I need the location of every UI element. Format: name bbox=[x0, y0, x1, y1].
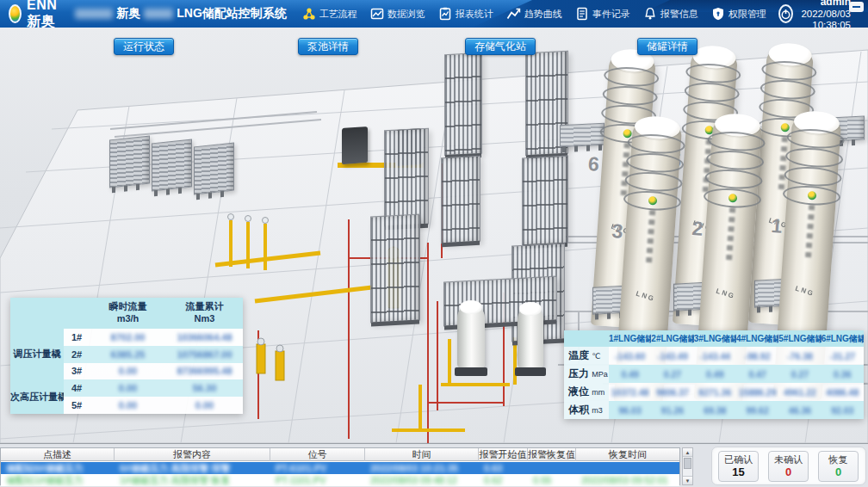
tank-lettering bbox=[645, 210, 654, 263]
col-header-tag: 位号 bbox=[270, 448, 365, 461]
power-icon bbox=[780, 9, 791, 20]
data-browse-icon bbox=[370, 7, 384, 21]
alarm-row-selected[interactable]: 储配站6#储罐压力 6#储罐压力 高限报警 报警 PT-6101.PV 2022… bbox=[1, 462, 679, 474]
menu-item-permission[interactable]: 权限管理 bbox=[711, 7, 766, 21]
title-main: LNG储配站控制系统 bbox=[177, 6, 287, 22]
menu-item-process-flow[interactable]: 工艺流程 bbox=[302, 7, 357, 21]
page-title: 新奥 LNG储配站控制系统 bbox=[75, 6, 287, 22]
table-row: 次高压计量橇 4# 0.00 56.30 bbox=[10, 379, 243, 397]
exchanger-skid-1 bbox=[109, 136, 150, 188]
run-status-button[interactable]: 运行状态 bbox=[114, 38, 174, 55]
username: admin bbox=[800, 0, 851, 9]
minimize-button[interactable] bbox=[849, 2, 864, 12]
alarm-table-header: 点描述 报警内容 位号 时间 报警开始值 报警恢复值 恢复时间 bbox=[1, 448, 679, 461]
metering-flow-table: 瞬时流量m3/h 流量累计Nm3 调压计量橇 1# 8702.00 103660… bbox=[10, 298, 243, 414]
table-row: 调压计量橇 1# 8702.00 10366064.48 bbox=[10, 329, 243, 346]
col-header-total-flow: 流量累计Nm3 bbox=[166, 298, 243, 329]
menu-label: 报警信息 bbox=[660, 8, 698, 21]
alarm-status-panel: 已确认 15 未确认 0 恢复 0 bbox=[711, 447, 866, 485]
col-header-recover-time: 恢复时间 bbox=[576, 448, 679, 461]
menu-item-alarm-info[interactable]: 报警信息 bbox=[643, 7, 698, 21]
menu-label: 数据浏览 bbox=[388, 8, 425, 21]
tank-lettering bbox=[725, 207, 735, 261]
table-row: 液位 mm 10372.48 9806.37 8271.36 15886.29 … bbox=[564, 383, 864, 401]
exchanger-skid-3 bbox=[194, 143, 234, 195]
recovered-label: 恢复 bbox=[819, 453, 858, 465]
menu-label: 事件记录 bbox=[592, 8, 630, 21]
tank-number: 2 bbox=[691, 217, 704, 241]
confirmed-count-box: 已确认 15 bbox=[718, 451, 759, 482]
menu-label: 工艺流程 bbox=[319, 8, 357, 21]
user-info: admin 2022/08/03 10:38:05 bbox=[800, 0, 851, 31]
table-row: 温度 ℃ -143.60 -143.49 -143.44 -98.92 -76.… bbox=[564, 347, 864, 365]
ladder-cage bbox=[623, 133, 686, 219]
recovered-value: 0 bbox=[819, 465, 858, 479]
redacted-title-segment bbox=[75, 9, 113, 19]
enn-tank-logo bbox=[807, 191, 816, 200]
menu-item-report-stats[interactable]: 报表统计 bbox=[438, 7, 493, 21]
main-menu: 工艺流程 数据浏览 报表统计 bbox=[302, 7, 766, 21]
enn-logo-icon bbox=[9, 4, 22, 23]
menu-item-trend-curve[interactable]: 趋势曲线 bbox=[506, 7, 562, 21]
ladder-cage bbox=[782, 127, 846, 213]
group-subhp-skid: 次高压计量橇 bbox=[10, 379, 64, 414]
scrollbar-thumb[interactable] bbox=[684, 458, 691, 469]
col-header-start-value: 报警开始值 bbox=[479, 448, 528, 461]
menu-label: 权限管理 bbox=[728, 8, 766, 21]
brand-text: ENN新奥 bbox=[27, 0, 63, 31]
tank-number: 3 bbox=[611, 219, 624, 244]
alarm-scrollbar[interactable]: ▲ ▼ bbox=[682, 447, 693, 485]
buffer-vessel-2 bbox=[518, 306, 543, 368]
pump-skid-back-1 bbox=[560, 123, 604, 148]
header-bar: ENN新奥 新奥 LNG储配站控制系统 工艺流程 bbox=[0, 0, 868, 28]
scroll-up-arrow[interactable]: ▲ bbox=[683, 448, 692, 457]
tank-lng-label: LNG bbox=[621, 285, 670, 307]
confirmed-label: 已确认 bbox=[719, 453, 758, 465]
permission-shield-icon bbox=[711, 7, 725, 21]
menu-item-event-log[interactable]: 事件记录 bbox=[575, 7, 630, 21]
trend-curve-icon bbox=[506, 7, 521, 21]
event-log-icon bbox=[575, 7, 589, 21]
buffer-vessel-1 bbox=[457, 305, 485, 368]
alarm-bell-icon bbox=[643, 7, 657, 21]
unconfirmed-count-box: 未确认 0 bbox=[768, 451, 809, 482]
group-regulating-skid: 调压计量橇 bbox=[10, 329, 64, 379]
table-row: 压力 MPa 0.49 0.27 0.49 0.47 0.27 0.36 bbox=[564, 365, 864, 383]
alarm-row-recovered[interactable]: 储配站1#储罐压力 1#储罐压力 高限报警 恢复 PT-1101.PV 2022… bbox=[1, 474, 679, 486]
pump-detail-button[interactable]: 泵池详情 bbox=[298, 38, 358, 55]
menu-label: 报表统计 bbox=[456, 8, 493, 21]
recovered-count-box: 恢复 0 bbox=[818, 451, 859, 482]
plant-3d-view: LNG 6 LNG 5 LNG 4 bbox=[0, 28, 868, 443]
vaporizer-rack bbox=[444, 52, 482, 156]
redacted-title-segment bbox=[144, 9, 173, 19]
col-header-time: 时间 bbox=[365, 448, 479, 461]
tank-lettering bbox=[804, 205, 814, 258]
table-row: 体积 m3 96.03 91.26 69.38 99.62 46.36 92.0… bbox=[564, 401, 864, 419]
storage-gasification-button[interactable]: 存储气化站 bbox=[465, 38, 536, 55]
equipment-cabinet-1 bbox=[342, 126, 368, 164]
menu-item-data-browse[interactable]: 数据浏览 bbox=[370, 7, 425, 21]
report-stats-icon bbox=[438, 7, 452, 21]
enn-tank-logo bbox=[728, 194, 737, 203]
datetime: 2022/08/03 10:38:05 bbox=[800, 9, 851, 31]
process-flow-icon bbox=[302, 7, 316, 21]
vaporizer-rack bbox=[522, 156, 568, 246]
confirmed-value: 15 bbox=[719, 465, 758, 479]
unconfirmed-label: 未确认 bbox=[769, 453, 808, 465]
tank-lng-label: LNG bbox=[701, 282, 750, 305]
lng-scada-app: ENN新奥 新奥 LNG储配站控制系统 工艺流程 bbox=[0, 0, 868, 487]
col-header-inst-flow: 瞬时流量m3/h bbox=[90, 298, 166, 329]
enn-tank-logo bbox=[648, 196, 657, 206]
tank-parameters-table: 1#LNG储罐 2#LNG储罐 3#LNG储罐 4#LNG储罐 5#LNG储罐 … bbox=[564, 330, 864, 419]
power-button[interactable] bbox=[778, 4, 793, 23]
menu-label: 趋势曲线 bbox=[524, 8, 562, 21]
tank-detail-button[interactable]: 储罐详情 bbox=[637, 38, 698, 55]
brand: ENN新奥 bbox=[0, 0, 63, 31]
ladder-cage bbox=[703, 130, 766, 216]
col-header-content: 报警内容 bbox=[115, 448, 270, 461]
col-header-recover-value: 报警恢复值 bbox=[528, 448, 576, 461]
scroll-down-arrow[interactable]: ▼ bbox=[683, 476, 692, 484]
unconfirmed-value: 0 bbox=[769, 465, 808, 479]
tank-number: 1 bbox=[771, 214, 784, 238]
tank-number: 6 bbox=[587, 152, 600, 176]
